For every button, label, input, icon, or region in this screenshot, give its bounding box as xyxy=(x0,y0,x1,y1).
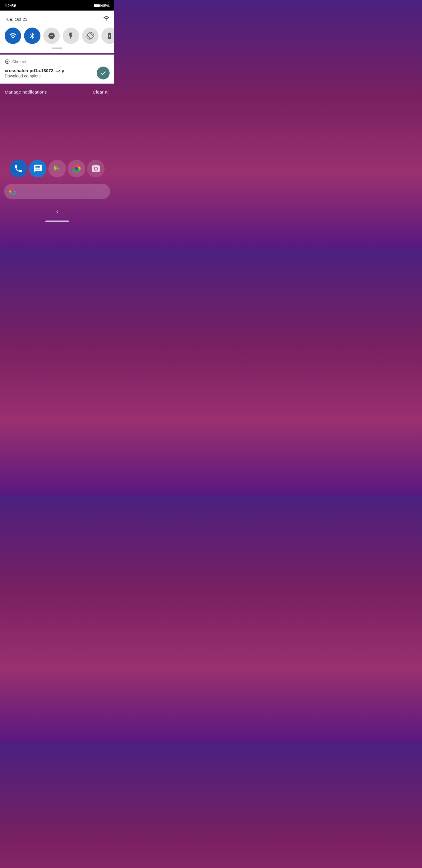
search-mic-icon xyxy=(97,187,105,195)
battery-fill xyxy=(95,4,100,7)
nav-back-button[interactable]: ‹ xyxy=(51,206,64,217)
status-bar: 12:58 95% xyxy=(0,0,114,10)
battery-percent: 95% xyxy=(102,3,109,8)
notif-app-name: Chrome xyxy=(12,60,26,64)
dock-app-play-store[interactable] xyxy=(48,160,66,178)
svg-point-2 xyxy=(75,167,78,170)
quick-settings-panel: Tue, Oct 23 xyxy=(0,10,114,53)
qs-tile-wifi[interactable] xyxy=(5,28,21,44)
svg-point-5 xyxy=(101,191,103,192)
dock-app-phone[interactable] xyxy=(10,160,27,178)
chrome-app-icon xyxy=(5,59,10,64)
notif-action-button[interactable] xyxy=(97,67,109,80)
clear-all-button[interactable]: Clear all xyxy=(93,89,109,94)
notification-footer: Manage notifications Clear all xyxy=(0,85,114,99)
status-icons: 95% xyxy=(94,3,109,8)
nav-bar: ‹ xyxy=(0,203,114,220)
google-logo xyxy=(9,187,17,195)
qs-tile-flashlight[interactable] xyxy=(63,28,79,44)
notif-app-row: Chrome xyxy=(5,59,109,64)
app-dock xyxy=(3,157,111,180)
battery-body xyxy=(94,4,101,7)
dock-app-messages[interactable] xyxy=(29,160,46,178)
wifi-header-icon xyxy=(103,15,109,23)
qs-tiles xyxy=(5,28,109,44)
drag-handle xyxy=(52,48,62,49)
qs-tile-battery-saver[interactable] xyxy=(101,28,114,44)
google-search-bar[interactable] xyxy=(4,184,110,199)
notif-text-block: crosshatch-pd1a.18072....zip Download co… xyxy=(5,68,97,78)
notif-title: crosshatch-pd1a.18072....zip xyxy=(5,68,97,73)
nav-home-area xyxy=(0,220,114,225)
manage-notifications-button[interactable]: Manage notifications xyxy=(5,89,47,94)
status-time: 12:58 xyxy=(5,3,17,8)
nav-home-pill[interactable] xyxy=(45,220,69,222)
qs-tile-autorotate[interactable] xyxy=(82,28,98,44)
dock-app-chrome[interactable] xyxy=(68,160,85,178)
qs-tile-dnd[interactable] xyxy=(43,28,60,44)
qs-tile-bluetooth[interactable] xyxy=(24,28,40,44)
notif-content: crosshatch-pd1a.18072....zip Download co… xyxy=(5,67,109,80)
qs-date: Tue, Oct 23 xyxy=(5,17,28,22)
notification-card: Chrome crosshatch-pd1a.18072....zip Down… xyxy=(0,55,114,84)
notif-subtitle: Download complete xyxy=(5,73,97,78)
home-screen: ‹ xyxy=(0,99,114,231)
qs-header: Tue, Oct 23 xyxy=(5,15,109,23)
battery-indicator: 95% xyxy=(94,3,109,8)
svg-point-4 xyxy=(100,191,101,192)
dock-app-camera[interactable] xyxy=(87,160,105,178)
